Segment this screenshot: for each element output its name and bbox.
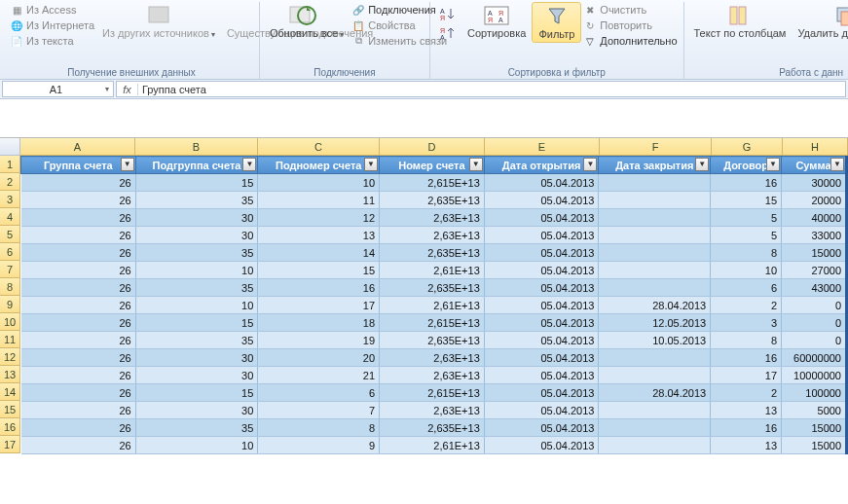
- cell[interactable]: 10: [135, 297, 258, 314]
- cell[interactable]: 13: [711, 437, 782, 454]
- cell[interactable]: 11: [258, 192, 380, 209]
- cell[interactable]: 33000: [782, 227, 847, 244]
- cell[interactable]: 26: [21, 437, 136, 454]
- cell[interactable]: 05.04.2013: [484, 384, 599, 402]
- filter-dropdown-icon[interactable]: ▼: [695, 158, 709, 171]
- row-header-9[interactable]: 9: [0, 296, 20, 313]
- cell[interactable]: 8: [711, 332, 782, 349]
- cell[interactable]: 30: [135, 402, 258, 419]
- cell[interactable]: 60000000: [782, 349, 847, 367]
- cell[interactable]: [599, 419, 711, 437]
- reapply-filter[interactable]: ↻Повторить: [583, 18, 652, 32]
- row-header-2[interactable]: 2: [0, 173, 20, 191]
- clear-filter[interactable]: ✖Очистить: [583, 3, 646, 17]
- cell[interactable]: 5: [711, 209, 782, 227]
- cell[interactable]: 26: [21, 227, 136, 244]
- cell[interactable]: 40000: [782, 209, 847, 227]
- cell[interactable]: 10: [135, 437, 258, 454]
- cell[interactable]: 0: [782, 297, 847, 314]
- cell[interactable]: 2,63E+13: [380, 402, 485, 419]
- cell[interactable]: [599, 209, 711, 227]
- cell[interactable]: 3: [711, 314, 782, 332]
- cell[interactable]: 2,615E+13: [380, 384, 485, 402]
- row-header-4[interactable]: 4: [0, 208, 20, 226]
- cell[interactable]: 15000: [782, 244, 847, 262]
- cell[interactable]: 2,635E+13: [380, 244, 485, 262]
- from-access[interactable]: ▦Из Access: [10, 3, 76, 17]
- cell[interactable]: 05.04.2013: [484, 192, 599, 209]
- cell[interactable]: 15000: [782, 437, 847, 454]
- advanced-filter[interactable]: ▽Дополнительно: [583, 34, 677, 48]
- cell[interactable]: 21: [258, 367, 380, 384]
- filter-button[interactable]: Фильтр: [532, 2, 581, 43]
- cell[interactable]: 05.04.2013: [484, 419, 599, 437]
- from-text[interactable]: 📄Из текста: [10, 34, 74, 48]
- cell[interactable]: 05.04.2013: [484, 367, 599, 384]
- select-all-corner[interactable]: [0, 138, 20, 156]
- refresh-all[interactable]: Обновить все: [264, 2, 350, 42]
- cell[interactable]: 26: [21, 402, 136, 419]
- table-header[interactable]: Договор▼: [711, 157, 782, 174]
- cell[interactable]: 20000: [782, 192, 847, 209]
- cell[interactable]: 05.04.2013: [484, 209, 599, 227]
- cell[interactable]: 15: [135, 384, 258, 402]
- row-header-17[interactable]: 17: [0, 436, 20, 453]
- cell[interactable]: 2: [711, 297, 782, 314]
- table-header[interactable]: Дата закрытия▼: [599, 157, 711, 174]
- cell[interactable]: 17: [258, 297, 380, 314]
- cell[interactable]: 05.04.2013: [484, 314, 599, 332]
- table-header[interactable]: Сумма▼: [782, 157, 847, 174]
- cell[interactable]: 20: [258, 349, 380, 367]
- cell[interactable]: 35: [135, 332, 258, 349]
- cell[interactable]: 2,61E+13: [380, 262, 485, 279]
- cell[interactable]: 15: [711, 192, 782, 209]
- cell[interactable]: 05.04.2013: [484, 349, 599, 367]
- text-to-columns[interactable]: Текст по столбцам: [688, 2, 793, 41]
- row-header-11[interactable]: 11: [0, 331, 20, 348]
- sort-desc[interactable]: ЯА: [438, 25, 458, 43]
- col-header-A[interactable]: A: [20, 138, 135, 156]
- row-header-13[interactable]: 13: [0, 366, 20, 383]
- row-header-8[interactable]: 8: [0, 278, 20, 296]
- cell[interactable]: 14: [258, 244, 380, 262]
- cell[interactable]: 19: [258, 332, 380, 349]
- cell[interactable]: 2,63E+13: [380, 349, 485, 367]
- table-header[interactable]: Дата открытия▼: [484, 157, 599, 174]
- properties-btn[interactable]: 📋Свойства: [351, 18, 415, 32]
- cell[interactable]: 35: [135, 192, 258, 209]
- filter-dropdown-icon[interactable]: ▼: [766, 158, 780, 171]
- col-header-H[interactable]: H: [783, 138, 848, 156]
- cell[interactable]: 0: [782, 314, 847, 332]
- cell[interactable]: [599, 367, 711, 384]
- cell[interactable]: [599, 174, 711, 192]
- cell[interactable]: 30: [135, 209, 258, 227]
- cell[interactable]: 10: [258, 174, 380, 192]
- filter-dropdown-icon[interactable]: ▼: [242, 158, 256, 171]
- cell[interactable]: 7: [258, 402, 380, 419]
- filter-dropdown-icon[interactable]: ▼: [830, 158, 844, 171]
- fx-icon[interactable]: fx: [117, 84, 138, 95]
- cell[interactable]: 26: [21, 419, 136, 437]
- cell[interactable]: 13: [711, 402, 782, 419]
- col-header-B[interactable]: B: [135, 138, 258, 156]
- cell[interactable]: 2,63E+13: [380, 367, 485, 384]
- cell[interactable]: 5: [711, 227, 782, 244]
- cell[interactable]: 18: [258, 314, 380, 332]
- col-header-F[interactable]: F: [600, 138, 712, 156]
- cell[interactable]: 05.04.2013: [484, 279, 599, 297]
- cell[interactable]: 2,615E+13: [380, 174, 485, 192]
- cell[interactable]: 26: [21, 314, 136, 332]
- filter-dropdown-icon[interactable]: ▼: [469, 158, 483, 171]
- cell[interactable]: 26: [21, 244, 136, 262]
- cell[interactable]: 16: [711, 349, 782, 367]
- sort-button[interactable]: АЯЯА Сортировка: [461, 2, 532, 41]
- cell[interactable]: 16: [711, 419, 782, 437]
- from-web[interactable]: 🌐Из Интернета: [10, 18, 94, 32]
- cell[interactable]: 26: [21, 174, 136, 192]
- col-header-E[interactable]: E: [485, 138, 600, 156]
- table-header[interactable]: Группа счета▼: [21, 157, 136, 174]
- cell[interactable]: 9: [258, 437, 380, 454]
- cell[interactable]: [599, 402, 711, 419]
- cell[interactable]: 05.04.2013: [484, 437, 599, 454]
- cell[interactable]: 10.05.2013: [599, 332, 711, 349]
